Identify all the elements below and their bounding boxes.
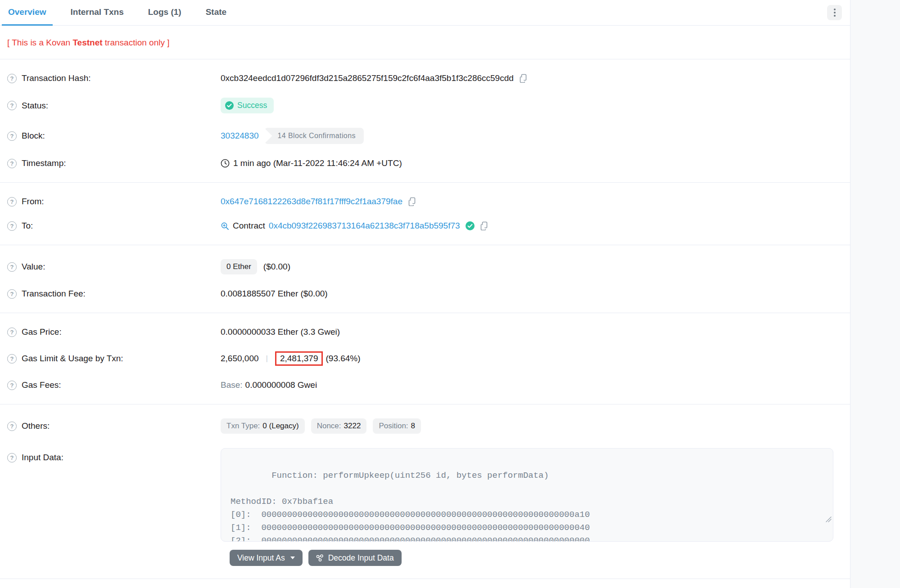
copy-icon[interactable]	[407, 197, 416, 206]
row-status: ? Status: Success	[0, 90, 850, 121]
tab-state[interactable]: State	[199, 0, 233, 26]
transaction-details-card: Overview Internal Txns Logs (1) State [ …	[0, 0, 850, 579]
section-addresses: ? From: 0x647e7168122263d8e7f81f17fff9c2…	[0, 183, 850, 245]
timestamp-label: Timestamp:	[22, 158, 66, 168]
help-icon[interactable]: ?	[7, 74, 17, 83]
tab-bar: Overview Internal Txns Logs (1) State	[0, 0, 850, 26]
txn-type-badge: Txn Type: 0 (Legacy)	[221, 418, 305, 434]
to-contract-prefix: Contract	[233, 221, 265, 231]
row-others: ? Others: Txn Type: 0 (Legacy) Nonce: 32…	[0, 411, 850, 441]
gas-used-percent: (93.64%)	[326, 354, 360, 364]
resize-grip-icon[interactable]	[774, 501, 832, 540]
status-badge: Success	[221, 98, 274, 113]
position-badge: Position: 8	[373, 418, 421, 434]
gas-used-annotation-box: 2,481,379	[275, 351, 323, 366]
section-value-fee: ? Value: 0 Ether ($0.00) ? Transaction F…	[0, 245, 850, 313]
base-fee-label: Base:	[221, 380, 243, 390]
tab-internal-txns[interactable]: Internal Txns	[64, 0, 130, 26]
help-icon[interactable]: ?	[7, 381, 17, 390]
gas-price-label: Gas Price:	[22, 327, 62, 337]
timestamp-value: 1 min ago (Mar-11-2022 11:46:24 AM +UTC)	[233, 158, 402, 168]
value-usd: ($0.00)	[263, 262, 290, 272]
others-label: Others:	[22, 421, 50, 431]
decode-input-data-button[interactable]: Decode Input Data	[308, 550, 402, 566]
row-gas-price: ? Gas Price: 0.0000000033 Ether (3.3 Gwe…	[0, 320, 850, 344]
from-address-link[interactable]: 0x647e7168122263d8e7f81f17fff9c2f1aa379f…	[221, 197, 403, 206]
row-timestamp: ? Timestamp: 1 min ago (Mar-11-2022 11:4…	[0, 151, 850, 175]
help-icon[interactable]: ?	[7, 453, 17, 462]
ether-value-badge: 0 Ether	[221, 259, 257, 274]
verified-check-icon	[466, 221, 475, 230]
gas-limit-label: Gas Limit & Usage by Txn:	[22, 354, 123, 364]
testnet-notice: [ This is a Kovan Testnet transaction on…	[0, 26, 850, 59]
magnifier-icon[interactable]	[221, 222, 229, 230]
help-icon[interactable]: ?	[7, 328, 17, 337]
block-number-link[interactable]: 30324830	[221, 131, 259, 141]
section-gas: ? Gas Price: 0.0000000033 Ether (3.3 Gwe…	[0, 313, 850, 404]
help-icon[interactable]: ?	[7, 101, 17, 110]
input-data-textarea[interactable]: Function: performUpkeep(uint256 id, byte…	[221, 448, 833, 542]
help-icon[interactable]: ?	[7, 131, 17, 141]
row-block: ? Block: 30324830 14 Block Confirmations	[0, 121, 850, 151]
status-label: Status:	[22, 101, 48, 111]
block-confirmations-badge: 14 Block Confirmations	[264, 128, 364, 144]
tab-logs[interactable]: Logs (1)	[142, 0, 188, 26]
help-icon[interactable]: ?	[7, 159, 17, 168]
section-overview-top: ? Transaction Hash: 0xcb324eedcd1d07296f…	[0, 59, 850, 183]
input-data-content: Function: performUpkeep(uint256 id, byte…	[231, 471, 590, 542]
page-background-strip	[850, 0, 900, 588]
kebab-menu-button[interactable]	[827, 5, 842, 20]
row-input-data: ? Input Data: Function: performUpkeep(ui…	[0, 441, 850, 549]
copy-icon[interactable]	[479, 221, 488, 230]
gas-limit-value: 2,650,000	[221, 354, 259, 364]
nonce-badge: Nonce: 3222	[311, 418, 367, 434]
gas-price-value: 0.0000000033 Ether (3.3 Gwei)	[221, 327, 340, 337]
row-transaction-hash: ? Transaction Hash: 0xcb324eedcd1d07296f…	[0, 66, 850, 90]
help-icon[interactable]: ?	[7, 262, 17, 272]
kebab-icon	[834, 9, 836, 10]
transaction-fee-value: 0.0081885507 Ether ($0.00)	[221, 289, 328, 299]
row-to: ? To: Contract 0x4cb093f226983713164a621…	[0, 214, 850, 238]
base-fee-value: 0.000000008 Gwei	[245, 380, 317, 390]
help-icon[interactable]: ?	[7, 221, 17, 231]
copy-icon[interactable]	[519, 74, 528, 83]
value-label: Value:	[22, 262, 45, 272]
input-data-actions: View Input As Decode Input Data	[0, 550, 850, 568]
help-icon[interactable]: ?	[7, 197, 17, 206]
view-input-as-button[interactable]: View Input As	[230, 550, 303, 566]
help-icon[interactable]: ?	[7, 354, 17, 364]
row-value: ? Value: 0 Ether ($0.00)	[0, 252, 850, 282]
row-gas-fees: ? Gas Fees: Base: 0.000000008 Gwei	[0, 373, 850, 397]
from-label: From:	[22, 197, 44, 206]
row-transaction-fee: ? Transaction Fee: 0.0081885507 Ether ($…	[0, 282, 850, 306]
gas-separator: |	[266, 354, 268, 363]
help-icon[interactable]: ?	[7, 289, 17, 299]
row-gas-limit-usage: ? Gas Limit & Usage by Txn: 2,650,000 | …	[0, 344, 850, 373]
decode-icon	[316, 554, 324, 562]
block-label: Block:	[22, 131, 45, 141]
chevron-down-icon	[290, 557, 295, 559]
transaction-hash-label: Transaction Hash:	[22, 73, 90, 83]
to-address-link[interactable]: 0x4cb093f226983713164a62138c3f718a5b595f…	[269, 221, 460, 231]
transaction-fee-label: Transaction Fee:	[22, 289, 86, 299]
input-data-label: Input Data:	[22, 453, 63, 462]
section-others-input: ? Others: Txn Type: 0 (Legacy) Nonce: 32…	[0, 404, 850, 579]
gas-used-value: 2,481,379	[280, 354, 318, 363]
tab-overview[interactable]: Overview	[2, 0, 53, 26]
check-circle-icon	[225, 101, 234, 110]
to-label: To:	[22, 221, 33, 231]
transaction-hash-value: 0xcb324eedcd1d07296fdf3d215a2865275f159c…	[221, 73, 514, 83]
help-icon[interactable]: ?	[7, 422, 17, 431]
gas-fees-label: Gas Fees:	[22, 380, 61, 390]
clock-icon	[221, 159, 230, 168]
row-from: ? From: 0x647e7168122263d8e7f81f17fff9c2…	[0, 189, 850, 214]
